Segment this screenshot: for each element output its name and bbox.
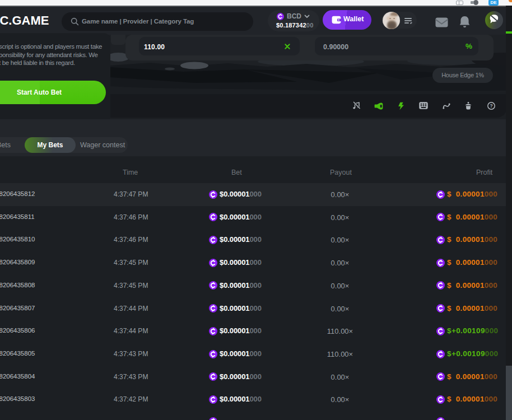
svg-text:?: ?: [490, 103, 492, 109]
